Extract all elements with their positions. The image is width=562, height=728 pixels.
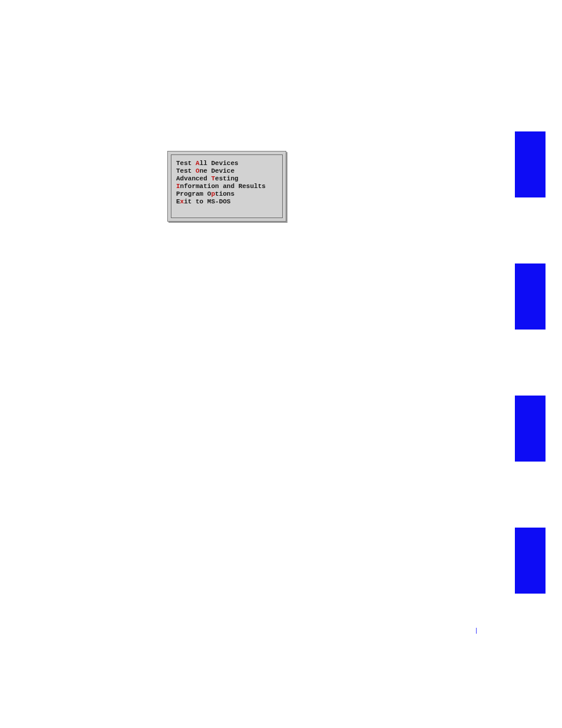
diagnostics-menu-panel: Test All Devices Test One Device Advance… [171,154,283,218]
side-tab-3 [515,396,546,462]
menu-item-test-all-devices: Test All Devices [176,160,277,167]
menu-hotkey: I [176,183,180,190]
menu-text: ne Device [200,167,234,174]
menu-text: Test [176,167,196,174]
menu-item-advanced-testing: Advanced Testing [176,175,277,183]
menu-text: tions [215,190,234,197]
menu-text: esting [215,175,239,182]
side-tab-4 [515,528,546,594]
menu-item-exit-to-msdos: Exit to MS-DOS [176,198,277,206]
menu-item-program-options: Program Options [176,190,277,198]
diagnostics-menu-screenshot: Test All Devices Test One Device Advance… [167,151,286,222]
side-tab-2 [515,263,546,330]
menu-text: Program O [176,190,211,197]
menu-text: E [176,198,180,205]
menu-hotkey: A [196,160,200,167]
menu-item-information-and-results: Information and Results [176,183,277,190]
menu-item-test-one-device: Test One Device [176,167,277,175]
footer-separator: | [473,627,480,634]
side-tab-1 [515,131,546,197]
menu-text: Advanced [176,175,211,182]
menu-hotkey: O [196,167,200,174]
menu-text: nformation and Results [180,183,266,190]
page-footer: | [473,627,480,634]
menu-text: ll Devices [200,160,239,167]
menu-text: Test [176,160,196,167]
menu-text: it to MS-DOS [184,198,230,205]
